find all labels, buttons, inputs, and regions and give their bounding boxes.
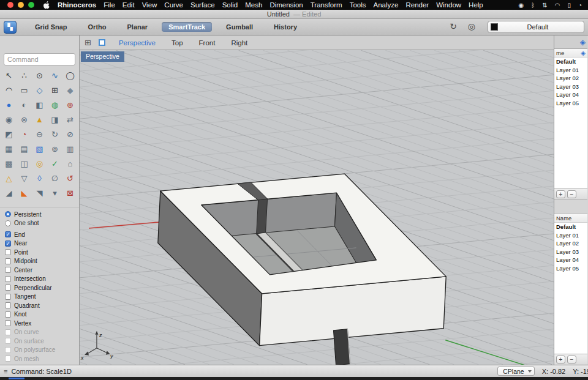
tool-icon[interactable]: ▩	[1, 156, 17, 171]
layer-row[interactable]: Layer 02	[554, 239, 587, 248]
menu-solid[interactable]: Solid	[222, 1, 238, 9]
battery-status-icon[interactable]: ▯	[567, 2, 571, 9]
layer-row[interactable]: Default	[554, 58, 587, 66]
checkbox-icon[interactable]	[5, 258, 11, 264]
tool-icon[interactable]: ◍	[47, 97, 62, 112]
tool-icon[interactable]: ◇	[32, 83, 47, 97]
checkbox-icon[interactable]	[5, 311, 11, 318]
osnap-on-curve[interactable]: On curve	[0, 328, 79, 337]
tool-icon[interactable]: ◊	[32, 171, 47, 185]
menu-render[interactable]: Render	[405, 1, 429, 9]
tool-icon[interactable]: ▽	[17, 171, 32, 185]
radio-icon[interactable]	[5, 220, 11, 226]
navigate-icon[interactable]: ↻	[450, 21, 457, 31]
viewport-tab-top[interactable]: Top	[172, 39, 183, 47]
tool-icon[interactable]: ▥	[62, 141, 78, 156]
tool-icon[interactable]: ●	[1, 97, 17, 112]
front-wall-doorway[interactable]	[333, 329, 350, 365]
osnap-on-surface[interactable]: On surface	[0, 337, 79, 346]
back-wall-slot[interactable]	[257, 199, 268, 234]
active-viewport-icon[interactable]	[99, 39, 105, 46]
tool-icon[interactable]: ⌂	[62, 156, 78, 171]
add-layer-button[interactable]: +	[556, 356, 565, 363]
zoom-button[interactable]	[28, 2, 34, 8]
menu-file[interactable]: File	[104, 1, 115, 9]
layer-row[interactable]: Layer 04	[554, 256, 587, 264]
minimize-button[interactable]	[18, 2, 24, 8]
osnap-point[interactable]: Point	[0, 248, 79, 257]
tool-icon[interactable]: ◨	[47, 112, 62, 127]
tool-icon[interactable]: ⊚	[47, 141, 62, 156]
toggle-gumball[interactable]: Gumball	[226, 23, 253, 31]
bluetooth-status-icon[interactable]: ᛒ	[531, 2, 535, 9]
remove-layer-button[interactable]: −	[567, 190, 576, 198]
tool-icon[interactable]: ∿	[47, 68, 62, 83]
checkbox-icon[interactable]	[5, 338, 11, 344]
checkbox-icon[interactable]: ✓	[5, 240, 11, 247]
checkbox-icon[interactable]	[5, 276, 11, 282]
menu-window[interactable]: Window	[436, 1, 461, 9]
toggle-smarttrack[interactable]: SmartTrack	[162, 22, 212, 32]
menu-dimension[interactable]: Dimension	[270, 1, 303, 9]
tool-icon[interactable]: ◐	[17, 97, 32, 112]
layer-row[interactable]: Layer 04	[554, 91, 587, 99]
target-icon[interactable]: ◎	[468, 21, 475, 31]
tool-icon[interactable]: ◥	[32, 185, 47, 200]
tool-icon[interactable]: ⇄	[62, 112, 78, 127]
tool-icon[interactable]: ↻	[47, 127, 62, 141]
tool-icon[interactable]: ✓	[47, 156, 62, 171]
viewport-tab-right[interactable]: Right	[231, 39, 247, 47]
layer-row[interactable]: Layer 05	[554, 99, 587, 108]
tool-icon[interactable]: ⊙	[32, 68, 47, 83]
layers-icon[interactable]: ◈	[580, 38, 586, 47]
tool-icon[interactable]: ▧	[32, 141, 47, 156]
layer-row[interactable]: Layer 02	[554, 74, 587, 83]
osnap-intersection[interactable]: Intersection	[0, 275, 79, 284]
remove-layer-button[interactable]: −	[567, 356, 576, 363]
tool-icon[interactable]: ⊘	[62, 127, 78, 141]
osnap-one-shot[interactable]: One shot	[0, 219, 79, 228]
tool-icon[interactable]: ◯	[62, 68, 78, 83]
tool-icon[interactable]: ⊗	[17, 112, 32, 127]
toggle-planar[interactable]: Planar	[127, 23, 148, 31]
rhino-app-icon[interactable]: ▚	[4, 21, 17, 34]
osnap-vertex[interactable]: Vertex	[0, 319, 79, 328]
tool-icon[interactable]: ◫	[17, 156, 32, 171]
checkbox-icon[interactable]	[5, 249, 11, 255]
status-menu-icon[interactable]: ≡	[4, 368, 7, 375]
titlebar[interactable]: Untitled — Edited	[0, 10, 588, 19]
menu-mesh[interactable]: Mesh	[245, 1, 262, 9]
osnap-midpoint[interactable]: Midpoint	[0, 257, 79, 266]
viewport-tab-front[interactable]: Front	[199, 39, 216, 47]
checkbox-icon[interactable]	[5, 320, 11, 326]
checkbox-icon[interactable]	[5, 347, 11, 353]
checkbox-icon[interactable]	[5, 302, 11, 308]
layers-icon[interactable]: ◈	[581, 50, 586, 56]
osnap-on-polysurface[interactable]: On polysurface	[0, 346, 79, 355]
cplane-dropdown[interactable]: CPlane	[497, 367, 534, 376]
tool-icon[interactable]: ◣	[17, 185, 32, 200]
osnap-on-mesh[interactable]: On mesh	[0, 354, 79, 363]
menu-view[interactable]: View	[142, 1, 157, 9]
tool-icon[interactable]: ▲	[32, 112, 47, 127]
osnap-center[interactable]: Center	[0, 266, 79, 275]
command-input[interactable]	[4, 53, 75, 65]
tool-icon[interactable]: ◔	[17, 127, 32, 141]
osnap-perpendicular[interactable]: Perpendicular	[0, 283, 79, 292]
tool-icon[interactable]: ↖	[1, 68, 17, 83]
toggle-history[interactable]: History	[274, 23, 297, 31]
viewport-tab-perspective[interactable]: Perspective	[119, 39, 156, 47]
tool-icon[interactable]: ∴	[17, 68, 32, 83]
toggle-grid-snap[interactable]: Grid Snap	[35, 23, 67, 31]
layer-row[interactable]: Layer 01	[554, 231, 587, 240]
tool-icon[interactable]: ◧	[32, 97, 47, 112]
wifi-status-icon[interactable]: ◠	[555, 2, 560, 9]
osnap-near[interactable]: ✓Near	[0, 239, 79, 248]
osnap-persistent[interactable]: Persistent	[0, 210, 79, 219]
menu-analyze[interactable]: Analyze	[374, 1, 399, 9]
checkbox-icon[interactable]	[5, 329, 11, 335]
layer-row[interactable]: Layer 01	[554, 66, 587, 75]
tool-icon[interactable]: ◠	[1, 83, 17, 97]
checkbox-icon[interactable]	[5, 285, 11, 291]
layer-row[interactable]: Layer 03	[554, 83, 587, 91]
